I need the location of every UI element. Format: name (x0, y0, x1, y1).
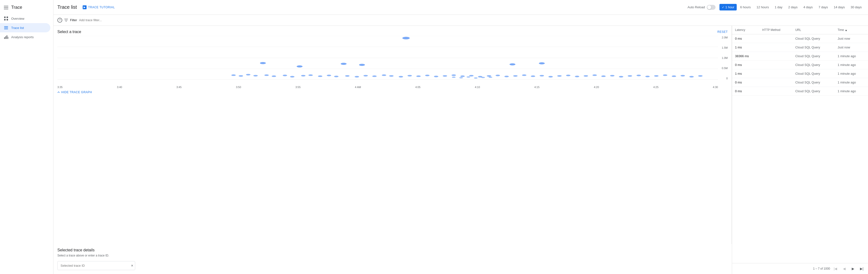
td-time: 1 minute ago (835, 60, 868, 69)
svg-point-45 (425, 75, 429, 76)
trace-id-input-wrapper: × (57, 261, 135, 270)
svg-point-50 (469, 75, 474, 76)
svg-point-52 (487, 75, 491, 77)
grid-icon (4, 16, 8, 21)
help-icon[interactable]: ? (57, 18, 62, 23)
first-page-button[interactable]: |◀ (832, 265, 839, 272)
prev-page-button[interactable]: ◀ (841, 265, 847, 272)
chart-canvas[interactable] (57, 36, 718, 80)
svg-point-72 (663, 74, 668, 76)
svg-point-70 (645, 76, 650, 77)
sidebar-nav: Overview Trace list Analysi (0, 14, 53, 42)
trace-details: Selected trace details Select a trace ab… (54, 244, 732, 274)
table-row[interactable]: 0 ms Cloud SQL Query Just now (732, 34, 868, 43)
svg-point-59 (549, 76, 553, 77)
svg-point-69 (637, 75, 641, 76)
svg-point-36 (345, 75, 349, 77)
td-http-method (759, 52, 793, 60)
chart-icon (4, 35, 8, 39)
td-url: Cloud SQL Query (793, 52, 835, 60)
td-http-method (759, 43, 793, 52)
svg-point-38 (364, 75, 368, 76)
th-time[interactable]: Time (835, 26, 868, 34)
time-btn-4days[interactable]: 4 days (801, 4, 815, 10)
table-row[interactable]: 38366 ms Cloud SQL Query 1 minute ago (732, 52, 868, 60)
svg-point-41 (389, 75, 394, 77)
table-row[interactable]: 1 ms Cloud SQL Query Just now (732, 43, 868, 52)
x-label-405: 4:05 (415, 86, 421, 88)
sidebar-item-trace-list[interactable]: Trace list (0, 23, 50, 32)
td-time: 1 minute ago (835, 87, 868, 95)
trace-id-input[interactable] (57, 261, 135, 270)
td-url: Cloud SQL Query (793, 78, 835, 87)
td-url: Cloud SQL Query (793, 87, 835, 95)
next-page-button[interactable]: ▶ (849, 265, 856, 272)
sidebar-item-overview[interactable]: Overview (0, 14, 50, 23)
th-url: URL (793, 26, 835, 34)
svg-point-75 (689, 76, 694, 77)
svg-point-17 (260, 62, 266, 64)
svg-point-71 (654, 75, 658, 77)
td-time: 1 minute ago (835, 52, 868, 60)
time-btn-30days[interactable]: 30 days (848, 4, 864, 10)
svg-point-49 (460, 76, 465, 77)
td-latency: 0 ms (732, 60, 759, 69)
x-label-430: 4:30 (713, 86, 718, 88)
svg-point-47 (443, 75, 447, 77)
svg-rect-9 (6, 35, 7, 39)
time-btn-1day[interactable]: 1 day (772, 4, 785, 10)
table-row[interactable]: 0 ms Cloud SQL Query 1 minute ago (732, 78, 868, 87)
hide-graph-button[interactable]: HIDE TRACE GRAPH (57, 90, 728, 94)
trace-id-clear-button[interactable]: × (131, 264, 133, 268)
y-label-15m: 1.5M (722, 46, 728, 49)
svg-point-34 (327, 75, 331, 76)
svg-point-61 (566, 75, 570, 76)
toggle-knob (707, 5, 711, 9)
hamburger-icon[interactable] (4, 6, 8, 9)
sidebar-item-analysis-reports-label: Analysis reports (11, 35, 34, 39)
td-time: 1 minute ago (835, 69, 868, 78)
chart-area: Select a trace RESET 2.0M 1.5M 1.0M 0.5M… (54, 26, 732, 244)
table-row[interactable]: 1 ms Cloud SQL Query 1 minute ago (732, 69, 868, 78)
x-label-355: 3:55 (296, 86, 301, 88)
table-body: 0 ms Cloud SQL Query Just now 1 ms Cloud… (732, 34, 868, 95)
time-btn-1hour[interactable]: ✓ 1 hour (719, 4, 737, 10)
time-btn-2days[interactable]: 2 days (786, 4, 800, 10)
td-http-method (759, 78, 793, 87)
svg-point-55 (513, 75, 518, 77)
sort-desc-icon (845, 28, 847, 31)
svg-point-21 (509, 63, 516, 65)
last-page-button[interactable]: ▶| (858, 265, 865, 272)
svg-point-44 (416, 76, 421, 77)
tutorial-label: TRACE TUTORIAL (88, 6, 115, 9)
svg-rect-1 (6, 17, 8, 18)
x-label-350: 3:50 (236, 86, 241, 88)
filter-input[interactable] (79, 18, 864, 22)
svg-point-48 (452, 74, 456, 76)
svg-rect-7 (4, 37, 5, 39)
tutorial-icon: ▶ (83, 5, 87, 9)
svg-point-82 (489, 76, 492, 78)
check-icon: ✓ (722, 6, 724, 9)
time-btn-12hours[interactable]: 12 hours (754, 4, 772, 10)
sidebar-item-analysis-reports[interactable]: Analysis reports (0, 32, 50, 42)
svg-point-56 (522, 74, 526, 76)
auto-reload-toggle[interactable] (707, 5, 716, 10)
time-btn-14days[interactable]: 14 days (831, 4, 847, 10)
td-latency: 0 ms (732, 87, 759, 95)
reset-button[interactable]: RESET (717, 30, 728, 34)
time-filters: ✓ 1 hour 6 hours 12 hours 1 day 2 days 4… (719, 4, 864, 10)
time-btn-6hours[interactable]: 6 hours (738, 4, 753, 10)
td-http-method (759, 34, 793, 43)
chevron-up-icon (57, 91, 60, 93)
auto-reload-label: Auto Reload (688, 5, 705, 9)
svg-point-30 (290, 76, 294, 77)
app-title: Trace (11, 5, 22, 10)
svg-point-68 (628, 75, 632, 77)
table-row[interactable]: 0 ms Cloud SQL Query 1 minute ago (732, 60, 868, 69)
chart-y-labels: 2.0M 1.5M 1.0M 0.5M 0 (722, 36, 728, 85)
table-row[interactable]: 0 ms Cloud SQL Query 1 minute ago (732, 87, 868, 95)
tutorial-link[interactable]: ▶ TRACE TUTORIAL (83, 5, 115, 9)
time-btn-7days[interactable]: 7 days (816, 4, 830, 10)
pagination: 1 – 7 of 1000 |◀ ◀ ▶ ▶| (732, 263, 868, 274)
